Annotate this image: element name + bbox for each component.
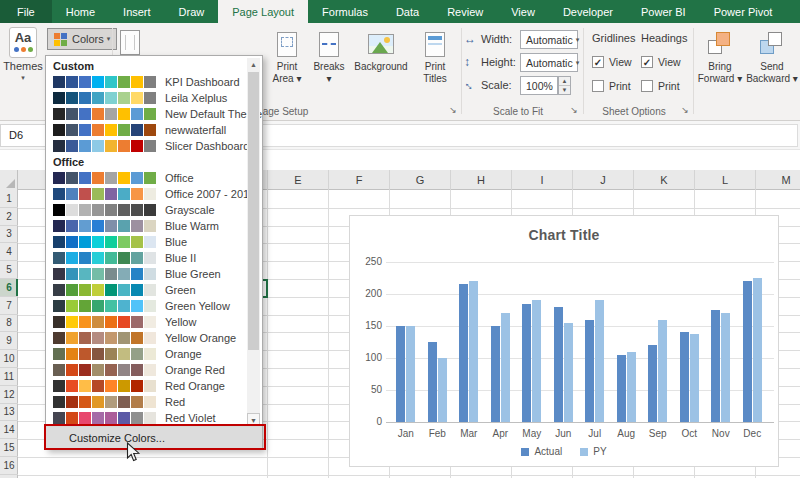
chevron-down-icon: ▾: [107, 35, 111, 43]
theme-orange-red[interactable]: Orange Red: [46, 362, 249, 378]
tab-draw[interactable]: Draw: [165, 0, 219, 23]
scroll-down-button[interactable]: ▼: [247, 413, 260, 426]
theme-new-default-theme[interactable]: New Default Theme: [46, 106, 249, 122]
theme-blue-ii[interactable]: Blue II: [46, 250, 249, 266]
tab-insert[interactable]: Insert: [109, 0, 165, 23]
row-header-7[interactable]: 7: [0, 297, 18, 315]
row-header-5[interactable]: 5: [0, 261, 18, 279]
button-print-titles[interactable]: PrintTitles: [414, 26, 456, 102]
row-header-3[interactable]: 3: [0, 226, 18, 244]
column-header-i[interactable]: I: [511, 170, 572, 190]
theme-office[interactable]: Office: [46, 170, 249, 186]
theme-leila-xelplus[interactable]: Leila Xelplus: [46, 90, 249, 106]
tab-developer[interactable]: Developer: [549, 0, 627, 23]
theme-yellow[interactable]: Yellow: [46, 314, 249, 330]
theme-blue-green[interactable]: Blue Green: [46, 266, 249, 282]
view-checkbox-row-gridlines[interactable]: ✓View: [592, 56, 632, 68]
theme-kpi-dashboard[interactable]: KPI Dashboard: [46, 74, 249, 90]
print-checkbox[interactable]: [592, 80, 604, 92]
button-send-backward[interactable]: SendBackward ▾: [746, 26, 798, 102]
scale-spinner[interactable]: ▲▼: [558, 76, 571, 95]
row-header-14[interactable]: 14: [0, 421, 18, 439]
row-header-13[interactable]: 13: [0, 404, 18, 422]
button-bring-forward[interactable]: BringForward ▾: [696, 26, 744, 102]
legend-swatch: [521, 448, 529, 456]
spinner-up-icon[interactable]: ▲: [559, 77, 570, 86]
group-separator: [461, 28, 462, 114]
themes-button[interactable]: Aa Themes ▾: [2, 26, 44, 102]
column-header-l[interactable]: L: [694, 170, 755, 190]
theme-swatches: [53, 92, 156, 104]
row-header-6[interactable]: 6: [0, 279, 18, 297]
column-header-h[interactable]: H: [450, 170, 511, 190]
column-header-m[interactable]: M: [755, 170, 800, 190]
row-header-15[interactable]: 15: [0, 439, 18, 457]
bar-actual-dec: [743, 281, 752, 422]
scale-input[interactable]: 100%: [520, 76, 558, 95]
row-header-9[interactable]: 9: [0, 332, 18, 350]
print-checkbox[interactable]: [641, 80, 653, 92]
button-print-area[interactable]: PrintArea ▾: [266, 26, 308, 102]
width-dropdown[interactable]: Automatic▾: [520, 30, 578, 49]
row-header-1[interactable]: 1: [0, 190, 18, 208]
margins-icon[interactable]: [120, 30, 140, 55]
theme-swatches: [53, 332, 156, 344]
theme-orange[interactable]: Orange: [46, 346, 249, 362]
menu-scrollbar[interactable]: ▲ ▼: [247, 58, 260, 426]
customize-colors-item[interactable]: Customize Colors...: [46, 427, 262, 449]
button-background[interactable]: Background: [350, 26, 412, 102]
scale-to-fit-dialog-launcher[interactable]: ↘: [568, 104, 580, 116]
colors-button[interactable]: Colors ▾: [47, 28, 117, 50]
theme-green-yellow[interactable]: Green Yellow: [46, 298, 249, 314]
theme-blue[interactable]: Blue: [46, 234, 249, 250]
row-header-16[interactable]: 16: [0, 457, 18, 475]
sheet-options-dialog-launcher[interactable]: ↘: [679, 104, 691, 116]
column-header-j[interactable]: J: [572, 170, 633, 190]
tab-formulas[interactable]: Formulas: [308, 0, 382, 23]
sheet-option-title-headings: Headings: [641, 32, 687, 44]
theme-grayscale[interactable]: Grayscale: [46, 202, 249, 218]
select-all-corner[interactable]: [0, 170, 18, 190]
row-header-11[interactable]: 11: [0, 368, 18, 386]
print-checkbox-row-gridlines[interactable]: Print: [592, 80, 631, 92]
theme-red[interactable]: Red: [46, 394, 249, 410]
tab-data[interactable]: Data: [382, 0, 433, 23]
tab-page-layout[interactable]: Page Layout: [218, 0, 308, 23]
theme-red-violet[interactable]: Red Violet: [46, 410, 249, 426]
view-checkbox[interactable]: ✓: [641, 56, 653, 68]
button-breaks[interactable]: Breaks ▾: [310, 26, 348, 102]
view-checkbox[interactable]: ✓: [592, 56, 604, 68]
page-setup-dialog-launcher[interactable]: ↘: [447, 104, 459, 116]
theme-blue-warm[interactable]: Blue Warm: [46, 218, 249, 234]
column-header-f[interactable]: F: [328, 170, 389, 190]
column-header-e[interactable]: E: [267, 170, 328, 190]
tab-view[interactable]: View: [497, 0, 549, 23]
row-header-4[interactable]: 4: [0, 243, 18, 261]
theme-red-orange[interactable]: Red Orange: [46, 378, 249, 394]
tab-power-bi[interactable]: Power BI: [627, 0, 700, 23]
row-header-12[interactable]: 12: [0, 386, 18, 404]
column-header-g[interactable]: G: [389, 170, 450, 190]
spinner-down-icon[interactable]: ▼: [559, 86, 570, 94]
tab-review[interactable]: Review: [433, 0, 497, 23]
scroll-thumb[interactable]: [248, 72, 259, 350]
print-checkbox-row-headings[interactable]: Print: [641, 80, 680, 92]
x-axis-label: Jan: [390, 428, 422, 439]
row-header-10[interactable]: 10: [0, 350, 18, 368]
theme-green[interactable]: Green: [46, 282, 249, 298]
tab-home[interactable]: Home: [52, 0, 109, 23]
tab-file[interactable]: File: [0, 0, 52, 23]
theme-office-2007-2010[interactable]: Office 2007 - 2010: [46, 186, 249, 202]
column-header-k[interactable]: K: [633, 170, 694, 190]
view-checkbox-row-headings[interactable]: ✓View: [641, 56, 681, 68]
tab-power-pivot[interactable]: Power Pivot: [700, 0, 787, 23]
theme-yellow-orange[interactable]: Yellow Orange: [46, 330, 249, 346]
row-header-8[interactable]: 8: [0, 315, 18, 333]
height-dropdown[interactable]: Automatic▾: [520, 53, 578, 72]
theme-slicer-dashboard[interactable]: Slicer Dashboard: [46, 138, 249, 154]
x-axis-label: Nov: [705, 428, 737, 439]
chart[interactable]: Chart Title ActualPY 050100150200250JanF…: [349, 215, 779, 467]
theme-newwaterfall[interactable]: newwaterfall: [46, 122, 249, 138]
scroll-up-button[interactable]: ▲: [247, 58, 260, 71]
row-header-2[interactable]: 2: [0, 208, 18, 226]
